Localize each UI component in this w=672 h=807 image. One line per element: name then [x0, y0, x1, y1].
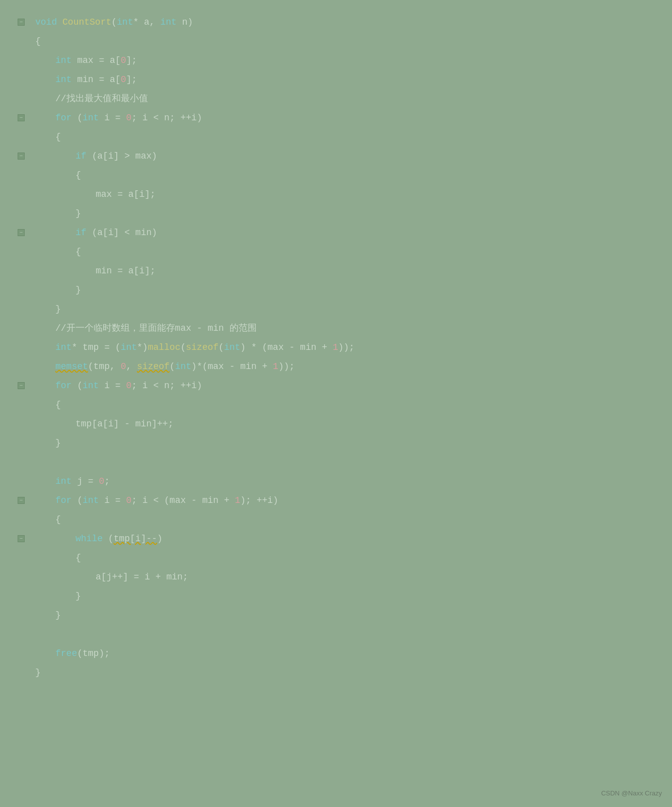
code-line-2: {	[35, 32, 657, 51]
line-28: − while (tmp[i]--)	[35, 529, 657, 548]
code-line-5: //找出最大值和最小值	[55, 89, 657, 108]
line-1: − void CountSort(int* a, int n)	[35, 13, 657, 32]
line-31: }	[35, 586, 657, 606]
fold-btn-8[interactable]: −	[18, 153, 25, 160]
line-24	[35, 453, 657, 472]
code-line-12: if (a[i] < min)	[76, 223, 657, 242]
code-line-18: int* tmp = (int*)malloc(sizeof(int) * (m…	[55, 338, 657, 357]
code-line-19: memset(tmp, 0, sizeof(int)*(max - min + …	[55, 357, 657, 376]
code-line-23: }	[55, 433, 657, 453]
line-9: {	[35, 166, 657, 185]
code-line-27: {	[55, 510, 657, 529]
code-line-9: {	[76, 166, 657, 185]
code-container: − void CountSort(int* a, int n) { int ma…	[0, 0, 672, 807]
line-13: {	[35, 242, 657, 261]
code-line-35: }	[35, 663, 657, 682]
code-line-32: }	[55, 606, 657, 625]
code-line-24	[55, 453, 657, 472]
line-6: − for (int i = 0; i < n; ++i)	[35, 108, 657, 127]
line-25: int j = 0;	[35, 472, 657, 491]
line-7: {	[35, 127, 657, 146]
line-16: }	[35, 300, 657, 319]
line-34: free(tmp);	[35, 644, 657, 663]
fold-btn-28[interactable]: −	[18, 535, 25, 542]
code-line-10: max = a[i];	[96, 185, 657, 204]
line-3: int max = a[0];	[35, 51, 657, 70]
code-line-11: }	[76, 204, 657, 223]
line-22: tmp[a[i] - min]++;	[35, 414, 657, 433]
line-5: //找出最大值和最小值	[35, 89, 657, 108]
line-11: }	[35, 204, 657, 223]
code-line-33	[55, 625, 657, 644]
code-line-29: {	[76, 548, 657, 567]
code-line-20: for (int i = 0; i < n; ++i)	[55, 376, 657, 395]
line-2: {	[35, 32, 657, 51]
line-17: //开一个临时数组，里面能存max - min 的范围	[35, 319, 657, 338]
line-35: }	[35, 663, 657, 682]
code-line-34: free(tmp);	[55, 644, 657, 663]
code-line-3: int max = a[0];	[55, 51, 657, 70]
code-line-17: //开一个临时数组，里面能存max - min 的范围	[55, 319, 657, 338]
line-26: − for (int i = 0; i < (max - min + 1); +…	[35, 491, 657, 510]
line-12: − if (a[i] < min)	[35, 223, 657, 242]
line-32: }	[35, 606, 657, 625]
code-line-15: }	[76, 280, 657, 300]
code-line-13: {	[76, 242, 657, 261]
line-18: int* tmp = (int*)malloc(sizeof(int) * (m…	[35, 338, 657, 357]
code-line-14: min = a[i];	[96, 261, 657, 280]
line-8: − if (a[i] > max)	[35, 146, 657, 166]
code-line-8: if (a[i] > max)	[76, 146, 657, 166]
line-10: max = a[i];	[35, 185, 657, 204]
code-line-4: int min = a[0];	[55, 70, 657, 89]
fold-btn-26[interactable]: −	[18, 497, 25, 504]
line-27: {	[35, 510, 657, 529]
line-29: {	[35, 548, 657, 567]
fold-btn-20[interactable]: −	[18, 382, 25, 389]
code-line-31: }	[76, 586, 657, 606]
fold-btn-12[interactable]: −	[18, 229, 25, 236]
code-line-16: }	[55, 300, 657, 319]
line-15: }	[35, 280, 657, 300]
code-line-26: for (int i = 0; i < (max - min + 1); ++i…	[55, 491, 657, 510]
code-area: − void CountSort(int* a, int n) { int ma…	[0, 5, 672, 697]
line-14: min = a[i];	[35, 261, 657, 280]
code-line-22: tmp[a[i] - min]++;	[76, 414, 657, 433]
line-21: {	[35, 395, 657, 414]
code-line-7: {	[55, 127, 657, 146]
line-30: a[j++] = i + min;	[35, 567, 657, 586]
code-line-1: void CountSort(int* a, int n)	[35, 13, 657, 32]
line-23: }	[35, 433, 657, 453]
line-4: int min = a[0];	[35, 70, 657, 89]
line-33	[35, 625, 657, 644]
fold-btn-1[interactable]: −	[18, 19, 25, 26]
code-line-28: while (tmp[i]--)	[76, 529, 657, 548]
code-line-30: a[j++] = i + min;	[96, 567, 657, 586]
fold-btn-6[interactable]: −	[18, 114, 25, 121]
code-line-6: for (int i = 0; i < n; ++i)	[55, 108, 657, 127]
line-20: − for (int i = 0; i < n; ++i)	[35, 376, 657, 395]
line-19: memset(tmp, 0, sizeof(int)*(max - min + …	[35, 357, 657, 376]
code-line-21: {	[55, 395, 657, 414]
code-line-25: int j = 0;	[55, 472, 657, 491]
watermark: CSDN @Naxx Crazy	[601, 789, 662, 797]
